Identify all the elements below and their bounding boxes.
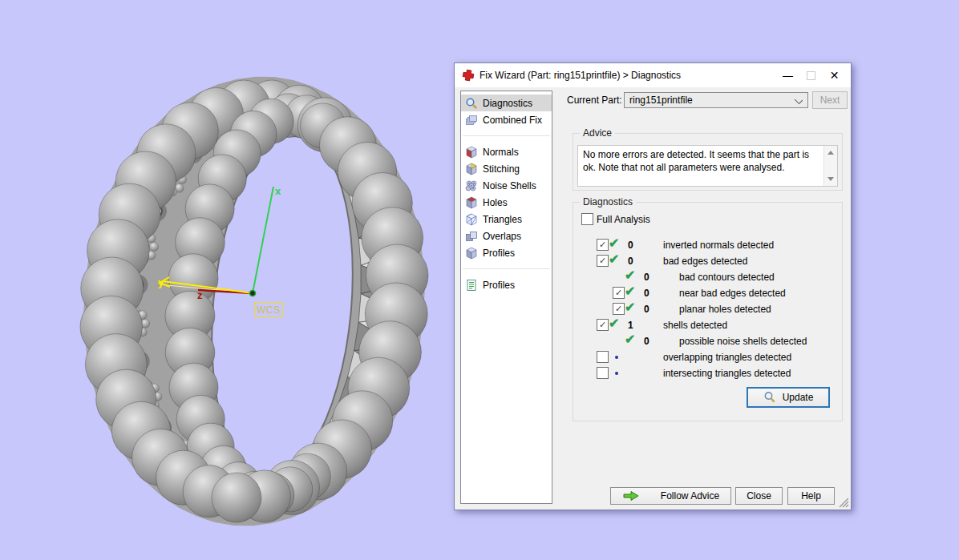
row-label: planar holes detected xyxy=(679,304,771,315)
dialog-title: Fix Wizard (Part: ring151printfile) > Di… xyxy=(480,70,681,81)
diagnostic-row: ✓ ✔ 0 bad edges detected xyxy=(573,253,842,269)
row-checkbox[interactable]: ✓ xyxy=(597,255,609,267)
close-dialog-button[interactable]: Close xyxy=(735,487,783,505)
green-arrow-icon xyxy=(622,490,640,502)
minimize-icon: — xyxy=(783,70,793,82)
diagnostics-rows: ✓ ✔ 0 inverted normals detected ✓ ✔ 0 ba… xyxy=(573,237,842,381)
help-button[interactable]: Help xyxy=(787,487,835,505)
sidebar-item-diagnostics[interactable]: Diagnostics xyxy=(461,95,552,111)
advice-groupbox: Advice No more errors are detected. It s… xyxy=(573,133,843,191)
diagnostics-groupbox: Diagnostics Full Analysis ✓ ✔ 0 inverted… xyxy=(573,202,843,421)
sidebar-item-overlaps[interactable]: Overlaps xyxy=(461,228,552,244)
row-label: inverted normals detected xyxy=(663,240,774,251)
follow-advice-button[interactable]: Follow Advice xyxy=(610,487,731,505)
row-count: 1 xyxy=(628,320,633,331)
ok-check-icon: ✔ xyxy=(625,284,635,299)
x-axis-label: x xyxy=(275,185,281,197)
row-label: bad edges detected xyxy=(663,256,747,267)
not-run-dot-icon xyxy=(615,372,618,375)
dialog-titlebar[interactable]: Fix Wizard (Part: ring151printfile) > Di… xyxy=(455,63,851,87)
row-label: near bad edges detected xyxy=(679,288,786,299)
sidebar-separator xyxy=(463,135,550,136)
minimize-button[interactable]: — xyxy=(776,64,799,87)
row-count: 0 xyxy=(644,304,649,315)
diagnostic-row: ✓ ✔ 0 planar holes detected xyxy=(573,301,842,317)
cube-red-face-icon xyxy=(465,146,478,159)
row-label: intersecting triangles detected xyxy=(663,368,791,379)
sidebar-separator xyxy=(463,268,550,269)
scroll-down-icon[interactable] xyxy=(827,177,834,181)
wcs-label: WCS xyxy=(257,304,281,316)
wizard-page-list: Diagnostics Combined Fix Normals xyxy=(460,91,552,504)
not-run-dot-icon xyxy=(615,356,618,359)
ok-check-icon: ✔ xyxy=(609,236,619,251)
chevron-down-icon xyxy=(795,96,803,104)
diagnostic-row: ✓ ✔ 0 near bad edges detected xyxy=(573,285,842,301)
advice-textbox[interactable]: No more errors are detected. It seems th… xyxy=(577,145,838,187)
current-part-value: ring151printfile xyxy=(629,95,693,106)
full-analysis-checkbox[interactable] xyxy=(581,213,593,225)
fix-wizard-app-icon xyxy=(462,69,475,82)
sidebar-item-holes[interactable]: Holes xyxy=(461,194,552,211)
row-count: 0 xyxy=(628,256,633,267)
row-label: overlapping triangles detected xyxy=(663,352,791,363)
ok-check-icon: ✔ xyxy=(625,268,635,283)
sidebar-item-shells[interactable]: Profiles xyxy=(461,244,552,261)
diagnostic-row: overlapping triangles detected xyxy=(573,349,842,365)
layers-icon xyxy=(465,114,478,127)
magnifier-icon xyxy=(763,391,776,404)
sphere-cluster-icon xyxy=(465,179,478,192)
sidebar-item-normals[interactable]: Normals xyxy=(461,143,552,160)
diagnostics-group-label: Diagnostics xyxy=(580,196,636,207)
current-part-label: Current Part: xyxy=(567,95,622,106)
row-checkbox[interactable] xyxy=(597,351,609,363)
full-analysis-label: Full Analysis xyxy=(597,214,650,225)
diagnostic-row: ✓ ✔ 1 shells detected xyxy=(573,317,842,333)
sidebar-item-profiles[interactable]: Profiles xyxy=(461,276,552,293)
sidebar-item-triangles[interactable]: Triangles xyxy=(461,211,552,228)
z-axis-label: z xyxy=(197,289,203,301)
sidebar-item-combined-fix[interactable]: Combined Fix xyxy=(461,111,552,128)
cube-wireframe-icon xyxy=(465,213,478,226)
advice-group-label: Advice xyxy=(580,127,615,139)
ok-check-icon: ✔ xyxy=(625,332,635,347)
next-button[interactable]: Next xyxy=(812,91,848,109)
ok-check-icon: ✔ xyxy=(609,252,619,267)
x-axis-line xyxy=(253,187,273,293)
diagnostic-row: ✔ 0 bad contours detected xyxy=(573,269,842,285)
ok-check-icon: ✔ xyxy=(625,300,635,315)
row-checkbox[interactable]: ✓ xyxy=(613,303,625,315)
row-label: bad contours detected xyxy=(679,272,775,283)
sidebar-item-stitching[interactable]: Stitching xyxy=(461,160,552,177)
row-checkbox[interactable]: ✓ xyxy=(597,239,609,251)
sidebar-item-noise-shells[interactable]: Noise Shells xyxy=(461,177,552,194)
fix-wizard-dialog: Fix Wizard (Part: ring151printfile) > Di… xyxy=(454,62,852,510)
cube-red-top-icon xyxy=(465,196,478,209)
row-checkbox[interactable]: ✓ xyxy=(613,287,625,299)
scroll-up-icon[interactable] xyxy=(827,151,834,155)
maximize-icon xyxy=(807,71,815,80)
current-part-dropdown[interactable]: ring151printfile xyxy=(624,92,808,108)
row-count: 0 xyxy=(644,288,649,299)
row-checkbox[interactable]: ✓ xyxy=(597,319,609,331)
close-icon: ✕ xyxy=(830,69,840,82)
diagnostic-row: ✓ ✔ 0 inverted normals detected xyxy=(573,237,842,253)
advice-text: No more errors are detected. It seems th… xyxy=(583,148,819,174)
update-button[interactable]: Update xyxy=(747,387,830,408)
row-label: possible noise shells detected xyxy=(679,336,807,347)
resize-grip[interactable] xyxy=(839,498,849,508)
diagnostic-row: ✔ 0 possible noise shells detected xyxy=(573,333,842,349)
ring-model[interactable] xyxy=(80,77,428,526)
ok-check-icon: ✔ xyxy=(609,316,619,331)
row-count: 0 xyxy=(644,336,649,347)
cube-plain-icon xyxy=(465,247,478,260)
row-checkbox[interactable] xyxy=(597,367,609,379)
close-button[interactable]: ✕ xyxy=(823,64,846,87)
cube-double-icon xyxy=(465,230,478,243)
maximize-button[interactable] xyxy=(799,64,823,87)
advice-scrollbar[interactable] xyxy=(823,146,837,186)
row-label: shells detected xyxy=(663,320,727,331)
diagnostic-row: intersecting triangles detected xyxy=(573,365,842,381)
magnifier-icon xyxy=(465,97,478,110)
y-axis-label: y xyxy=(158,276,164,288)
